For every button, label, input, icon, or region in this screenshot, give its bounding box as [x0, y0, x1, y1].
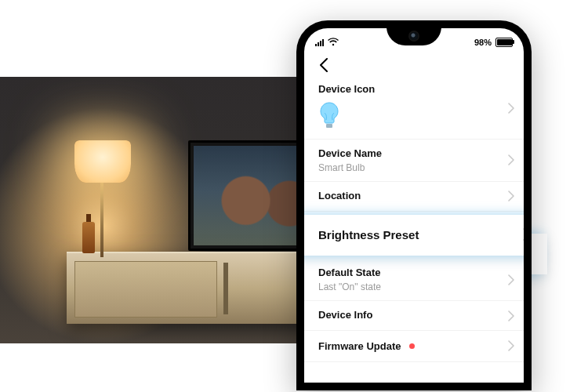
lamp-pole-in-photo: [100, 179, 103, 257]
lamp-shade-in-photo: [74, 140, 131, 183]
row-firmware-update[interactable]: Firmware Update: [304, 331, 524, 362]
svg-rect-0: [326, 124, 332, 128]
phone-screen: 98% Device Icon: [304, 28, 524, 383]
firmware-update-label: Firmware Update: [318, 340, 401, 352]
phone-frame: 98% Device Icon: [296, 20, 532, 390]
device-info-label: Device Info: [318, 309, 510, 322]
row-device-icon[interactable]: Device Icon: [304, 78, 524, 140]
wifi-icon: [328, 38, 339, 48]
bulb-icon: [318, 101, 340, 131]
chevron-right-icon: [508, 191, 514, 201]
default-state-value: Last "On" state: [318, 281, 510, 292]
row-device-info[interactable]: Device Info: [304, 301, 524, 331]
row-brightness-preset[interactable]: Brightness Preset: [304, 215, 524, 256]
chevron-right-icon: [508, 274, 514, 285]
row-location[interactable]: Location: [304, 182, 524, 212]
chevron-right-icon: [508, 103, 514, 114]
update-available-badge: [409, 343, 415, 349]
device-name-value: Smart Bulb: [318, 162, 510, 173]
bottle-in-photo: [82, 222, 95, 253]
cellular-signal-icon: [315, 39, 324, 46]
row-device-name[interactable]: Device Name Smart Bulb: [304, 140, 524, 182]
battery-icon: [495, 38, 513, 47]
default-state-label: Default State: [318, 267, 510, 280]
device-icon-label: Device Icon: [318, 83, 510, 96]
device-name-label: Device Name: [318, 147, 510, 161]
device-settings-list: Device Icon Device Name Smart Bul: [304, 74, 524, 362]
chevron-left-icon: [319, 58, 328, 72]
chevron-right-icon: [508, 340, 514, 351]
chevron-right-icon: [523, 228, 524, 241]
location-label: Location: [318, 190, 510, 203]
chevron-right-icon: [508, 154, 514, 165]
chevron-right-icon: [508, 310, 514, 321]
battery-percent: 98%: [474, 38, 492, 47]
row-default-state[interactable]: Default State Last "On" state: [304, 259, 524, 301]
back-button[interactable]: [315, 56, 332, 74]
brightness-preset-label: Brightness Preset: [318, 227, 510, 243]
